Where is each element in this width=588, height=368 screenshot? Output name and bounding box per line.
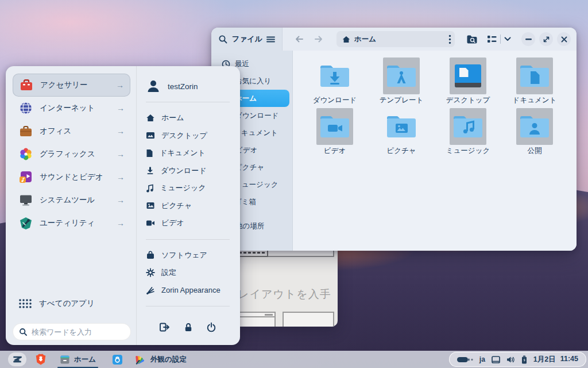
user-name: testZorin bbox=[168, 82, 198, 91]
menu-item-settings[interactable]: 設定 bbox=[146, 264, 230, 282]
folder-public-icon bbox=[519, 113, 551, 140]
forward-icon[interactable] bbox=[314, 34, 324, 44]
gear-icon bbox=[146, 268, 155, 277]
submenu-arrow-icon: → bbox=[117, 126, 125, 136]
category-internet[interactable]: インターネット → bbox=[13, 97, 130, 120]
folder-public[interactable]: 公開 bbox=[501, 108, 568, 159]
submenu-arrow-icon: → bbox=[117, 150, 125, 159]
files-app-icon bbox=[60, 355, 70, 365]
files-window: ファイル ホーム bbox=[211, 28, 577, 251]
search-icon bbox=[19, 328, 28, 336]
back-icon[interactable] bbox=[294, 34, 304, 44]
submenu-arrow-icon: → bbox=[117, 172, 125, 182]
all-apps-button[interactable]: すべてのアプリ bbox=[18, 298, 95, 309]
taskbar: ホーム 外観の設定 ja 1月2日 11:45 bbox=[0, 351, 588, 368]
layout-option-2[interactable] bbox=[283, 312, 334, 327]
keyboard-layout-indicator[interactable]: ja bbox=[479, 355, 485, 363]
folder-music[interactable]: ミュージック bbox=[435, 108, 501, 159]
music-icon bbox=[146, 184, 154, 193]
power-icon[interactable] bbox=[206, 322, 216, 332]
folder-music-icon bbox=[452, 113, 484, 140]
video-icon bbox=[146, 220, 155, 227]
folder-picture-icon bbox=[385, 113, 417, 140]
avatar-icon bbox=[146, 79, 161, 94]
folder-templates[interactable]: テンプレート bbox=[368, 57, 435, 108]
minimize-button[interactable] bbox=[521, 32, 535, 46]
display-icon[interactable] bbox=[492, 356, 500, 363]
list-view-icon[interactable] bbox=[487, 34, 497, 44]
view-toggle[interactable] bbox=[487, 34, 511, 44]
task-appearance-settings[interactable]: 外観の設定 bbox=[131, 351, 191, 368]
home-icon bbox=[146, 114, 155, 122]
download-icon bbox=[146, 166, 154, 175]
menu-item-software[interactable]: ソフトウェア bbox=[146, 247, 230, 264]
menu-item-downloads[interactable]: ダウンロード bbox=[146, 162, 230, 180]
folder-documents[interactable]: ドキュメント bbox=[501, 57, 568, 108]
close-button[interactable] bbox=[557, 32, 571, 46]
hamburger-menu-icon[interactable] bbox=[266, 36, 275, 43]
menu-item-desktop[interactable]: デスクトップ bbox=[146, 127, 230, 145]
lock-icon[interactable] bbox=[183, 322, 194, 332]
volume-icon[interactable] bbox=[506, 356, 515, 363]
submenu-arrow-icon: → bbox=[117, 103, 125, 113]
files-headerbar: ファイル ホーム bbox=[211, 28, 577, 51]
brave-browser-icon[interactable] bbox=[36, 354, 46, 365]
user-button[interactable]: testZorin bbox=[146, 78, 230, 95]
kebab-menu-icon[interactable] bbox=[448, 34, 451, 44]
folder-videos[interactable]: ビデオ bbox=[301, 108, 368, 159]
maximize-button[interactable] bbox=[539, 32, 553, 46]
globe-icon bbox=[18, 101, 33, 116]
battery-pill-icon bbox=[457, 356, 473, 363]
app-title: ファイル bbox=[228, 34, 266, 44]
battery-charging-icon[interactable] bbox=[521, 355, 527, 364]
menu-item-videos[interactable]: ビデオ bbox=[146, 214, 230, 232]
menu-item-pictures[interactable]: ピクチャ bbox=[146, 197, 230, 215]
pathbar[interactable]: ホーム bbox=[336, 31, 455, 47]
category-graphics[interactable]: グラフィックス → bbox=[13, 143, 130, 166]
media-icon bbox=[18, 170, 33, 185]
date-label: 1月2日 bbox=[533, 355, 556, 365]
menu-item-home[interactable]: ホーム bbox=[146, 109, 230, 127]
zorin-menu-button[interactable] bbox=[8, 352, 26, 366]
system-tray[interactable]: ja 1月2日 11:45 bbox=[449, 352, 586, 367]
software-icon bbox=[146, 251, 155, 259]
document-icon bbox=[146, 149, 153, 158]
category-sound-video[interactable]: サウンドとビデオ → bbox=[13, 166, 130, 189]
folder-download-icon bbox=[319, 63, 351, 89]
folder-downloads[interactable]: ダウンロード bbox=[301, 57, 368, 108]
menu-item-documents[interactable]: ドキュメント bbox=[146, 144, 230, 162]
appearance-icon bbox=[146, 286, 155, 295]
search-icon[interactable] bbox=[218, 34, 228, 44]
folder-document-icon bbox=[519, 63, 551, 89]
submenu-arrow-icon: → bbox=[117, 195, 125, 205]
software-store-icon[interactable] bbox=[112, 354, 123, 365]
category-accessories[interactable]: アクセサリー → bbox=[13, 74, 130, 97]
folder-search-icon[interactable] bbox=[466, 34, 478, 44]
menu-item-zorin-appearance[interactable]: Zorin Appearance bbox=[146, 282, 230, 300]
toolbox-icon bbox=[19, 78, 34, 93]
submenu-arrow-icon: → bbox=[116, 80, 124, 90]
folder-video-icon bbox=[319, 113, 351, 140]
desktop-icon bbox=[146, 132, 155, 139]
category-office[interactable]: オフィス → bbox=[13, 120, 130, 143]
folder-template-icon bbox=[385, 63, 417, 89]
logout-icon[interactable] bbox=[159, 322, 170, 332]
briefcase-icon bbox=[18, 124, 33, 139]
folder-desktop[interactable]: デスクトップ bbox=[435, 57, 501, 108]
category-utilities[interactable]: ユーティリティ → bbox=[13, 212, 130, 235]
menu-search-box[interactable] bbox=[13, 323, 131, 340]
task-files-home[interactable]: ホーム bbox=[55, 351, 100, 368]
search-input[interactable] bbox=[32, 328, 118, 336]
appearance-heading: レイアウトを入手 bbox=[238, 287, 331, 302]
chevron-down-icon[interactable] bbox=[504, 37, 511, 41]
time-label: 11:45 bbox=[560, 355, 578, 365]
picture-icon bbox=[146, 202, 155, 209]
session-controls bbox=[146, 317, 230, 337]
pinwheel-icon bbox=[18, 147, 33, 162]
category-system-tools[interactable]: システムツール → bbox=[13, 189, 130, 212]
folder-pictures[interactable]: ピクチャ bbox=[368, 108, 435, 159]
menu-item-music[interactable]: ミュージック bbox=[146, 179, 230, 197]
monitor-icon bbox=[18, 193, 33, 208]
clock[interactable]: 1月2日 11:45 bbox=[533, 355, 578, 365]
start-menu: アクセサリー → インターネット → オフィス → グラフィックス → サウンド… bbox=[6, 66, 240, 345]
